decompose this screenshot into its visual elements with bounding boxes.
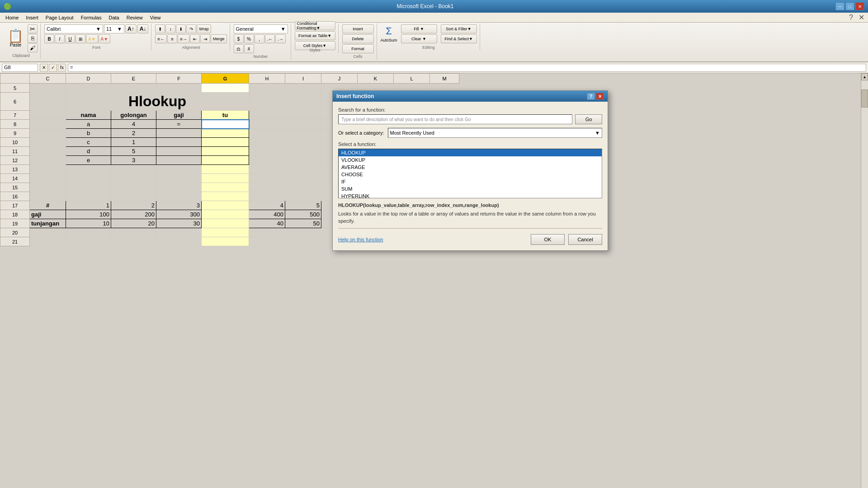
ok-button[interactable]: OK [531,234,565,245]
search-input[interactable] [338,114,572,124]
dialog-help-button[interactable]: ? [587,93,595,100]
dialog-separator [338,228,602,229]
go-button[interactable]: Go [575,114,602,124]
insert-function-dialog: Insert function ? ✕ Search for a functio… [332,90,608,251]
dialog-title: Insert function [336,93,587,99]
function-description: HLOOKUP(lookup_value,table_array,row_ind… [338,202,602,225]
dialog-title-controls: ? ✕ [587,93,604,100]
cancel-button[interactable]: Cancel [568,234,602,245]
function-item-hlookup[interactable]: HLOOKUP [339,149,602,156]
category-arrow-icon: ▼ [595,130,600,136]
dialog-footer: Help on this function OK Cancel [338,232,602,245]
function-item-vlookup[interactable]: VLOOKUP [339,156,602,164]
dialog-title-bar: Insert function ? ✕ [333,91,608,102]
function-signature: HLOOKUP(lookup_value,table_array,row_ind… [338,202,602,209]
search-label: Search for a function: [338,107,602,113]
function-item-choose[interactable]: CHOOSE [339,171,602,178]
function-list-label: Select a function: [338,141,602,147]
category-value: Most Recently Used [390,130,595,136]
category-row: Or select a category: Most Recently Used… [338,128,602,138]
function-item-hyperlink[interactable]: HYPERLINK [339,192,602,198]
search-row: Go [338,114,602,124]
function-item-sum[interactable]: SUM [339,185,602,192]
function-item-if[interactable]: IF [339,178,602,185]
category-label: Or select a category: [338,130,384,136]
dialog-action-buttons: OK Cancel [531,234,602,245]
category-dropdown[interactable]: Most Recently Used ▼ [388,128,603,138]
function-list[interactable]: HLOOKUP VLOOKUP AVERAGE CHOOSE IF SUM HY… [338,149,602,198]
function-desc-text: Looks for a value in the top row of a ta… [338,211,602,225]
dialog-overlay: Insert function ? ✕ Search for a functio… [0,0,868,488]
dialog-close-button[interactable]: ✕ [596,93,604,100]
help-link[interactable]: Help on this function [338,237,383,242]
dialog-content: Search for a function: Go Or select a ca… [333,102,608,250]
function-item-average[interactable]: AVERAGE [339,164,602,171]
